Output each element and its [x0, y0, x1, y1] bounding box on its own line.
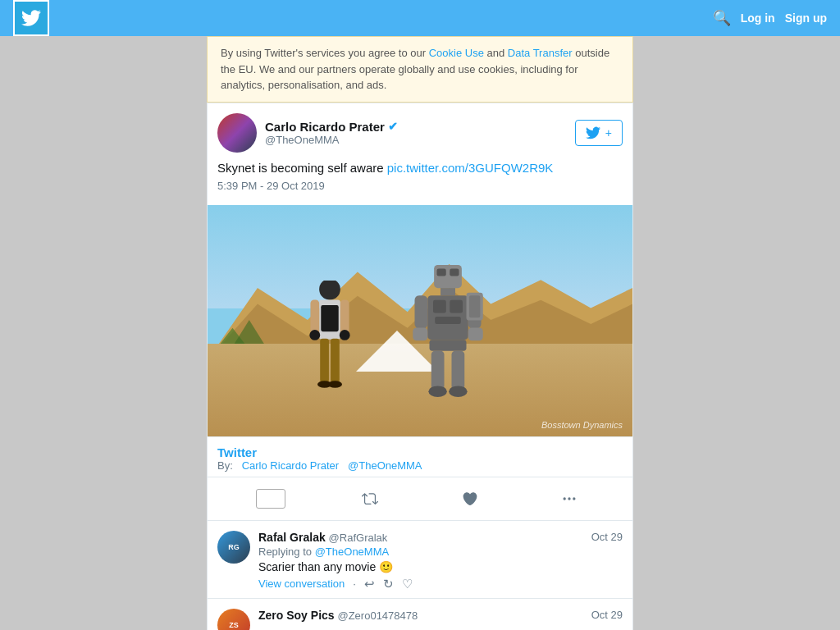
- author-info: Carlo Ricardo Prater ✔ @TheOneMMA: [265, 120, 398, 146]
- reply-content-1: Rafal Gralak @RafGralak Oct 29 Replying …: [258, 531, 623, 591]
- reply-content-2: Zero Soy Pics @Zero01478478 Oct 29: [258, 609, 623, 631]
- reply-avatar-2[interactable]: ZS: [217, 609, 250, 631]
- svg-point-37: [573, 497, 575, 500]
- svg-rect-27: [468, 328, 483, 341]
- source-by-line: By: Carlo Ricardo Prater @TheOneMMA: [217, 459, 623, 472]
- cookie-text-before: By using Twitter's services you agree to…: [221, 47, 429, 59]
- svg-rect-21: [433, 300, 446, 313]
- search-icon[interactable]: 🔍: [713, 9, 731, 27]
- cookie-banner: By using Twitter's services you agree to…: [207, 36, 633, 103]
- reply-date-2: Oct 29: [591, 609, 623, 621]
- tweet-timestamp: 5:39 PM - 29 Oct 2019: [217, 180, 623, 192]
- reply-header-2: Zero Soy Pics @Zero01478478 Oct 29: [258, 609, 623, 622]
- page-wrapper: 🔍 Log in Sign up By using Twitter's serv…: [0, 0, 840, 630]
- svg-rect-12: [320, 339, 329, 383]
- more-dots-icon: [561, 491, 578, 507]
- verified-badge: ✔: [388, 120, 398, 133]
- data-transfer-link[interactable]: Data Transfer: [508, 47, 573, 59]
- retweet-icon: [362, 491, 378, 507]
- svg-rect-26: [413, 328, 428, 341]
- reply-avatar-1[interactable]: RG: [217, 531, 250, 564]
- author-avatar[interactable]: [217, 113, 257, 153]
- svg-point-10: [309, 330, 320, 340]
- action-bar: [208, 477, 632, 521]
- author-name-text: Carlo Ricardo Prater: [265, 120, 385, 134]
- reply-handle-1: @RafGralak: [329, 532, 388, 544]
- tweet-header-left: Carlo Ricardo Prater ✔ @TheOneMMA: [217, 113, 398, 153]
- svg-rect-16: [435, 265, 463, 288]
- reply-box: [256, 489, 285, 509]
- svg-rect-13: [331, 339, 340, 383]
- reply-name-1: Rafal Gralak: [258, 531, 326, 544]
- source-author-handle[interactable]: @TheOneMMA: [348, 459, 422, 472]
- cookie-text-middle: and: [484, 47, 508, 59]
- author-handle: @TheOneMMA: [265, 134, 398, 146]
- svg-rect-19: [441, 288, 455, 295]
- svg-rect-28: [430, 340, 467, 351]
- reply-text-1: Scarier than any movie 🙂: [258, 560, 623, 573]
- svg-point-31: [429, 386, 448, 398]
- human-figure-svg: [301, 281, 358, 404]
- svg-rect-34: [469, 295, 481, 317]
- svg-rect-23: [436, 317, 462, 324]
- svg-rect-24: [415, 295, 428, 329]
- reply-heart-icon[interactable]: ♡: [402, 577, 413, 591]
- reply-date-1: Oct 29: [591, 531, 623, 543]
- svg-rect-29: [431, 351, 445, 390]
- tweet-image-link[interactable]: pic.twitter.com/3GUFQW2R9K: [387, 161, 554, 175]
- svg-rect-18: [450, 269, 459, 276]
- reply-action[interactable]: [221, 484, 321, 514]
- tweet-card: Carlo Ricardo Prater ✔ @TheOneMMA + Skyn…: [207, 103, 633, 631]
- reply-item-1: RG Rafal Gralak @RafGralak Oct 29 Replyi…: [208, 521, 632, 599]
- twitter-bird-icon: [21, 8, 41, 28]
- svg-point-11: [340, 330, 350, 340]
- svg-rect-17: [437, 269, 446, 276]
- retweet-action[interactable]: [321, 486, 421, 512]
- reply-actions-1: View conversation · ↩ ↻ ♡: [258, 577, 623, 591]
- dot-sep-1: ·: [353, 578, 356, 590]
- reply-back-icon[interactable]: ↩: [364, 577, 375, 591]
- reply-replying-1: Replying to @TheOneMMA: [258, 546, 623, 558]
- follow-button[interactable]: +: [575, 120, 623, 146]
- heart-icon: [462, 491, 478, 507]
- tweet-image[interactable]: Bosstown Dynamics: [208, 205, 632, 436]
- svg-rect-8: [310, 300, 319, 334]
- twitter-logo-box[interactable]: [13, 0, 49, 36]
- svg-point-32: [450, 386, 468, 398]
- svg-rect-9: [340, 300, 349, 334]
- twitter-follow-icon: [586, 126, 600, 140]
- author-display-name: Carlo Ricardo Prater ✔: [265, 120, 398, 134]
- svg-point-15: [328, 381, 342, 388]
- tweet-body: Skynet is becoming self aware pic.twitte…: [208, 159, 632, 205]
- svg-point-36: [568, 497, 571, 500]
- more-action[interactable]: [520, 486, 620, 512]
- reply-retweet-icon[interactable]: ↻: [383, 577, 394, 591]
- replying-to-label-1: Replying to: [258, 546, 312, 558]
- view-conversation-link[interactable]: View conversation: [258, 578, 345, 590]
- svg-point-35: [564, 497, 566, 500]
- svg-point-5: [319, 281, 340, 300]
- reply-item-2: ZS Zero Soy Pics @Zero01478478 Oct 29: [208, 599, 632, 631]
- svg-rect-30: [452, 351, 465, 390]
- reply-handle-2: @Zero01478478: [337, 609, 418, 622]
- like-action[interactable]: [420, 486, 520, 512]
- log-in-button[interactable]: Log in: [741, 11, 775, 25]
- top-nav: 🔍 Log in Sign up: [0, 0, 840, 36]
- nav-left: [13, 0, 49, 36]
- reply-name-2: Zero Soy Pics: [258, 609, 335, 622]
- image-watermark: Bosstown Dynamics: [541, 420, 623, 430]
- source-twitter-label[interactable]: Twitter: [217, 445, 623, 459]
- tweet-text-before-link: Skynet is becoming self aware: [217, 161, 387, 175]
- cookie-use-link[interactable]: Cookie Use: [429, 47, 484, 59]
- tweet-header: Carlo Ricardo Prater ✔ @TheOneMMA +: [208, 103, 632, 159]
- reply-header-1: Rafal Gralak @RafGralak Oct 29: [258, 531, 623, 544]
- follow-plus: +: [605, 126, 612, 139]
- source-line: Twitter By: Carlo Ricardo Prater @TheOne…: [208, 436, 632, 477]
- source-author-name[interactable]: Carlo Ricardo Prater: [242, 459, 340, 472]
- svg-rect-7: [321, 305, 338, 331]
- tweet-text: Skynet is becoming self aware pic.twitte…: [217, 159, 623, 176]
- svg-rect-22: [450, 300, 463, 313]
- replying-to-handle-1[interactable]: @TheOneMMA: [315, 546, 390, 558]
- sign-up-button[interactable]: Sign up: [785, 11, 827, 25]
- robot-figure-svg: [407, 265, 489, 413]
